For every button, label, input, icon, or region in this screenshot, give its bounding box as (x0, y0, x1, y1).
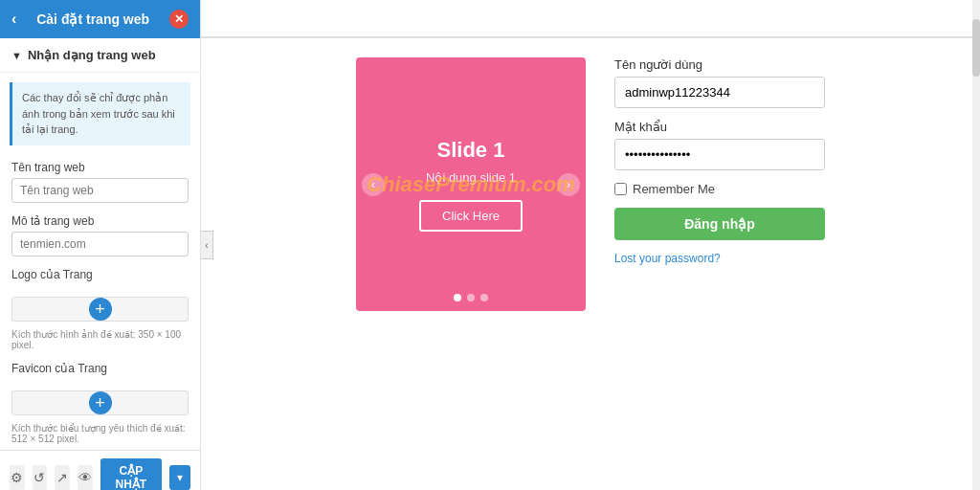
slider-title: Slide 1 (437, 138, 505, 163)
sidebar: ‹ Cài đặt trang web ✕ ▼ Nhận dạng trang … (0, 0, 201, 490)
capnhat-button[interactable]: CẬP NHẬT (100, 458, 162, 491)
scrollbar[interactable] (972, 0, 980, 490)
slider-subtitle: Nội dung slide 1 (426, 170, 516, 185)
website-name-label: Tên trang web (11, 161, 189, 174)
sidebar-notice: Các thay đổi sẽ chỉ được phản ánh trong … (10, 82, 190, 145)
favicon-upload[interactable]: + (11, 390, 189, 415)
sidebar-footer: ⚙ ↺ ↗ 👁 CẬP NHẬT ▾ (0, 450, 200, 491)
logo-label: Logo của Trang (11, 268, 189, 281)
more-button[interactable]: ▾ (169, 465, 190, 490)
slider-dot-2[interactable] (467, 294, 475, 301)
slider-dot-3[interactable] (480, 294, 488, 301)
section-arrow-icon: ▼ (11, 50, 22, 61)
top-bar (201, 0, 980, 38)
logo-field: Logo của Trang (0, 262, 200, 291)
slider-prev-button[interactable]: ‹ (362, 173, 385, 196)
website-name-field: Tên trang web (0, 155, 200, 209)
website-desc-field: Mô tả trang web (0, 209, 200, 262)
website-name-input[interactable] (11, 178, 189, 203)
username-label: Tên người dùng (614, 57, 825, 72)
website-desc-label: Mô tả trang web (11, 214, 189, 228)
login-form: Tên người dùng Mật khẩu Remember Me Đăng… (614, 57, 825, 265)
remember-label: Remember Me (633, 182, 715, 196)
remember-row: Remember Me (614, 182, 825, 196)
close-button[interactable]: ✕ (169, 10, 189, 29)
main-area: ‹ ‹ Slide 1 Nội dung slide 1 Click Here … (201, 0, 980, 490)
dangnhap-button[interactable]: Đăng nhập (614, 208, 825, 240)
preview-icon[interactable]: 👁 (78, 465, 93, 490)
refresh-icon[interactable]: ↺ (33, 465, 48, 490)
settings-icon[interactable]: ⚙ (10, 465, 25, 490)
slider-dots (454, 294, 488, 301)
username-group: Tên người dùng (614, 57, 825, 108)
favicon-upload-plus-icon: + (89, 391, 112, 414)
scrollbar-thumb[interactable] (972, 19, 980, 77)
collapse-handle[interactable]: ‹ (201, 231, 213, 259)
remember-checkbox[interactable] (614, 183, 627, 195)
password-input[interactable] (614, 139, 825, 170)
password-label: Mật khẩu (614, 120, 825, 134)
favicon-field: Favicon của Trang (0, 356, 200, 385)
slider-cta-button[interactable]: Click Here (419, 200, 523, 232)
slider-dot-1[interactable] (454, 294, 461, 301)
main-content: ‹ Slide 1 Nội dung slide 1 Click Here Ch… (201, 38, 980, 490)
username-input[interactable] (614, 77, 825, 108)
slider-next-button[interactable]: › (557, 173, 580, 196)
sidebar-header: ‹ Cài đặt trang web ✕ (0, 0, 200, 38)
website-desc-input[interactable] (11, 232, 189, 256)
password-group: Mật khẩu (614, 120, 825, 170)
logo-hint: Kích thước hình ảnh đề xuất: 350 × 100 p… (0, 327, 200, 356)
logo-upload[interactable]: + (11, 297, 189, 322)
back-button[interactable]: ‹ (11, 11, 16, 28)
slider-container: ‹ Slide 1 Nội dung slide 1 Click Here Ch… (356, 57, 586, 311)
logo-upload-plus-icon: + (89, 298, 112, 321)
sidebar-title: Cài đặt trang web (36, 11, 149, 27)
share-icon[interactable]: ↗ (55, 465, 70, 490)
sidebar-section-title[interactable]: ▼ Nhận dạng trang web (0, 38, 200, 73)
favicon-hint: Kích thước biểu tượng yêu thích đề xuất:… (0, 421, 200, 450)
favicon-label: Favicon của Trang (11, 362, 189, 375)
lost-password-link[interactable]: Lost your password? (614, 252, 825, 265)
